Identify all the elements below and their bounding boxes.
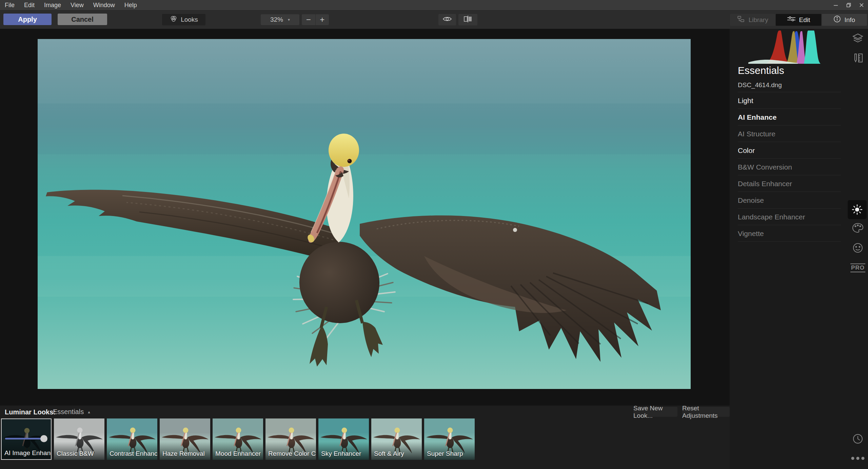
zoom-stepper: − + — [302, 14, 329, 25]
category-creative-palette-icon[interactable] — [852, 223, 864, 233]
view-tabs: Library Edit Info — [730, 14, 867, 26]
apply-button[interactable]: Apply — [3, 14, 52, 25]
look-thumbnail-label: Soft & Airy — [374, 450, 404, 457]
looks-button-label: Looks — [181, 16, 198, 23]
look-thumbnail[interactable]: AI Image Enhancer — [1, 418, 52, 460]
zoom-level-dropdown[interactable]: 32% ▾ — [261, 14, 299, 25]
look-thumbnail[interactable]: Sky Enhancer — [318, 418, 369, 460]
compare-icon — [463, 16, 473, 24]
look-thumbnail[interactable]: Remove Color Ca... — [265, 418, 316, 460]
menu-bar: FileEditImageViewWindowHelp — [0, 0, 868, 10]
chevron-down-icon: ▾ — [288, 17, 290, 22]
tab-library[interactable]: Library — [730, 14, 775, 26]
filter-light[interactable]: Light — [738, 92, 841, 109]
look-thumbnail[interactable]: Super Sharp — [424, 418, 475, 460]
more-options-icon[interactable] — [851, 457, 865, 460]
tab-info-label: Info — [844, 16, 855, 24]
looks-button[interactable]: Looks — [162, 14, 205, 25]
look-thumbnail-label: Super Sharp — [427, 450, 463, 457]
history-clock-icon[interactable] — [852, 433, 864, 445]
look-thumbnail-label: Sky Enhancer — [321, 450, 361, 457]
tab-info[interactable]: Info — [822, 14, 867, 26]
tab-library-label: Library — [749, 16, 768, 24]
luminar-looks-bar: Luminar Looks: Essentials ▴ Save New Loo… — [0, 406, 730, 469]
look-thumbnail-label: Remove Color Ca... — [268, 450, 316, 457]
look-thumbnail[interactable]: Haze Removal — [160, 418, 210, 460]
library-icon — [737, 16, 745, 24]
looks-collection-value: Essentials — [53, 408, 84, 416]
menu-image[interactable]: Image — [39, 2, 66, 8]
info-icon — [833, 15, 841, 24]
look-thumbnail[interactable]: Classic B&W — [54, 418, 104, 460]
window-controls — [829, 0, 868, 10]
looks-collection-dropdown[interactable]: Essentials ▴ — [48, 407, 95, 417]
filter-landscape-enhancer[interactable]: Landscape Enhancer — [738, 209, 841, 225]
sidebar-icon-rail: PRO — [848, 29, 868, 469]
sliders-icon — [787, 16, 796, 24]
chevron-up-icon: ▴ — [88, 409, 90, 414]
cancel-button[interactable]: Cancel — [58, 14, 107, 25]
close-button[interactable] — [855, 0, 868, 10]
filter-ai-structure[interactable]: AI Structure — [738, 125, 841, 142]
eye-icon — [442, 16, 452, 23]
look-thumbnail-label: Haze Removal — [162, 450, 205, 457]
filter-color[interactable]: Color — [738, 142, 841, 159]
canvas-tools-icon[interactable] — [852, 53, 864, 63]
histogram — [747, 31, 836, 64]
category-professional-pro-badge[interactable]: PRO — [850, 263, 865, 272]
minimize-button[interactable] — [829, 0, 842, 10]
zoom-level-value: 32% — [270, 16, 283, 23]
look-thumbnail[interactable]: Soft & Airy — [371, 418, 422, 460]
filter-ai-enhance[interactable]: AI Enhance — [738, 109, 841, 125]
look-thumbnail[interactable]: Contrast Enhancer — [107, 418, 157, 460]
panel-title: Essentials — [738, 65, 784, 76]
looks-venn-icon — [170, 15, 178, 24]
filter-denoise[interactable]: Denoise — [738, 192, 841, 209]
before-after-button[interactable] — [458, 14, 477, 25]
look-thumbnail-label: AI Image Enhancer — [4, 449, 52, 457]
looks-header-row: Luminar Looks: Essentials ▴ Save New Loo… — [0, 406, 730, 418]
category-essentials-active[interactable] — [848, 200, 867, 219]
reset-adjustments-button[interactable]: Reset Adjustments — [682, 407, 730, 417]
filter-vignette[interactable]: Vignette — [738, 225, 841, 242]
restore-button[interactable] — [842, 0, 855, 10]
zoom-in-button[interactable]: + — [316, 14, 329, 25]
menu-window[interactable]: Window — [88, 2, 120, 8]
menu-items: FileEditImageViewWindowHelp — [0, 0, 142, 10]
filter-list: LightAI EnhanceAI StructureColorB&W Conv… — [738, 92, 841, 242]
look-thumbnail-label: Mood Enhancer — [215, 450, 261, 457]
preview-toggle-button[interactable] — [438, 14, 456, 25]
luminar-app-window: FileEditImageViewWindowHelp Apply Cancel… — [0, 0, 868, 469]
look-thumbnail[interactable]: Mood Enhancer — [213, 418, 263, 460]
toolbar: Apply Cancel Looks 32% ▾ − + — [0, 10, 868, 29]
zoom-out-button[interactable]: − — [302, 14, 316, 25]
layers-icon[interactable] — [852, 33, 864, 44]
tab-edit[interactable]: Edit — [776, 14, 821, 26]
filter-b-w-conversion[interactable]: B&W Conversion — [738, 159, 841, 175]
save-new-look-button[interactable]: Save New Look... — [633, 407, 677, 417]
menu-edit[interactable]: Edit — [19, 2, 39, 8]
look-thumbnail-label: Contrast Enhancer — [110, 450, 157, 457]
menu-file[interactable]: File — [0, 2, 19, 8]
category-portrait-face-icon[interactable] — [852, 242, 863, 253]
menu-view[interactable]: View — [66, 2, 88, 8]
looks-filmstrip: AI Image Enhancer Classic B&W Contrast E… — [1, 418, 475, 461]
photo-pelican — [38, 39, 691, 389]
menu-help[interactable]: Help — [120, 2, 142, 8]
filename-label: DSC_4614.dng — [738, 81, 782, 89]
look-thumbnail-label: Classic B&W — [57, 450, 94, 457]
image-canvas — [0, 29, 730, 406]
tab-edit-label: Edit — [799, 16, 810, 24]
filter-details-enhancer[interactable]: Details Enhancer — [738, 175, 841, 192]
edit-sidebar: Essentials DSC_4614.dng LightAI EnhanceA… — [730, 29, 868, 469]
